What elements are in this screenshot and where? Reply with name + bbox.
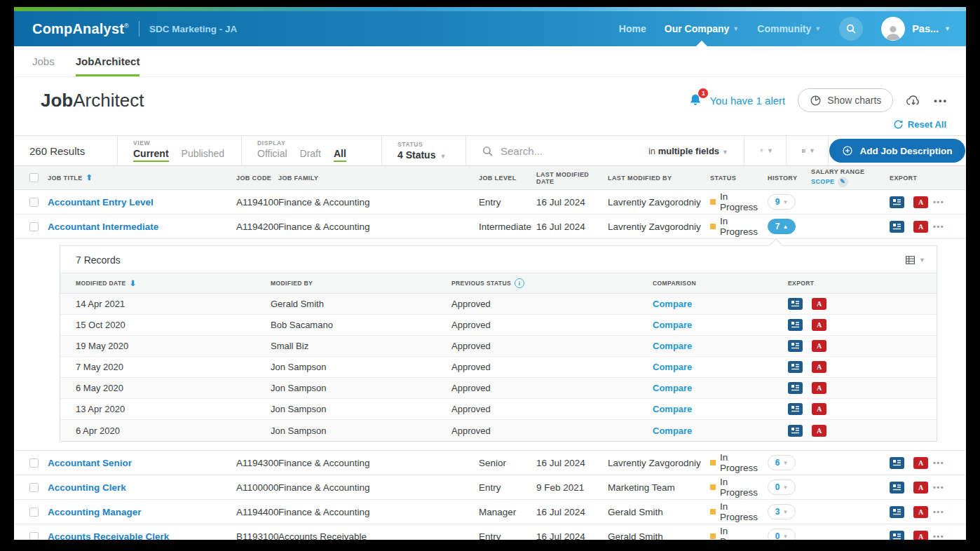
compare-link[interactable]: Compare — [653, 426, 692, 436]
row-more-button[interactable]: ••• — [933, 222, 961, 231]
word-export-icon[interactable] — [890, 457, 904, 469]
job-title-link[interactable]: Accountant Senior — [48, 458, 236, 468]
word-export-icon[interactable] — [788, 361, 803, 373]
compare-link[interactable]: Compare — [653, 383, 692, 393]
word-export-icon[interactable] — [788, 382, 803, 394]
row-checkbox[interactable] — [29, 483, 39, 492]
compare-link[interactable]: Compare — [653, 320, 692, 330]
search-scope-dropdown[interactable]: in multiple fields▼ — [648, 146, 728, 156]
user-menu-label[interactable]: Pas... — [912, 23, 939, 34]
show-charts-button[interactable]: Show charts — [798, 88, 893, 112]
compare-link[interactable]: Compare — [653, 341, 692, 351]
history-pill[interactable]: 0▼ — [768, 529, 796, 540]
display-option-draft[interactable]: Draft — [300, 148, 321, 162]
job-title-link[interactable]: Accountant Intermediate — [48, 222, 236, 232]
compare-link[interactable]: Compare — [653, 362, 692, 372]
pdf-export-icon[interactable]: A — [913, 531, 928, 540]
pdf-export-icon[interactable]: A — [913, 196, 928, 208]
reset-all-button[interactable]: Reset All — [893, 119, 946, 130]
word-export-icon[interactable] — [890, 196, 904, 208]
brand-logo[interactable]: CompAnalyst® — [32, 21, 129, 37]
columns-button[interactable]: ▼ — [787, 136, 829, 165]
row-more-button[interactable]: ••• — [933, 508, 961, 516]
word-export-icon[interactable] — [788, 340, 803, 352]
word-export-icon[interactable] — [788, 403, 803, 415]
tab-jobarchitect[interactable]: JobArchitect — [76, 46, 140, 76]
pdf-export-icon[interactable]: A — [913, 221, 928, 233]
select-all-checkbox[interactable] — [29, 173, 39, 182]
pdf-export-icon[interactable]: A — [812, 298, 826, 310]
previous-status: Approved — [451, 362, 653, 372]
pdf-export-icon[interactable]: A — [913, 506, 928, 518]
view-option-published[interactable]: Published — [182, 148, 225, 162]
salary-scope-edit[interactable]: SCOPE✎ — [811, 177, 848, 187]
word-export-icon[interactable] — [890, 482, 904, 494]
table-row[interactable]: Accounting Clerk A1100000 Finance & Acco… — [14, 475, 966, 500]
add-job-description-button[interactable]: Add Job Description — [829, 139, 965, 163]
panel-columns-button[interactable]: ▼ — [905, 255, 925, 265]
word-export-icon[interactable] — [890, 531, 904, 540]
table-row[interactable]: Accountant Senior A1194300 Finance & Acc… — [14, 451, 966, 475]
pdf-export-icon[interactable]: A — [812, 340, 826, 352]
pdf-export-icon[interactable]: A — [812, 403, 826, 415]
job-title-link[interactable]: Accounts Receivable Clerk — [48, 531, 236, 540]
row-checkbox[interactable] — [29, 222, 39, 231]
table-row[interactable]: Accounting Manager A1194400 Finance & Ac… — [14, 500, 966, 524]
pdf-export-icon[interactable]: A — [812, 361, 826, 373]
word-export-icon[interactable] — [788, 425, 803, 437]
row-more-button[interactable]: ••• — [933, 532, 961, 540]
view-option-current[interactable]: Current — [133, 148, 169, 162]
search-icon[interactable] — [839, 17, 863, 41]
sort-descending-icon[interactable]: ⬇ — [130, 279, 137, 288]
nav-item-home[interactable]: Home — [619, 23, 646, 34]
table-row[interactable]: Accountant Intermediate A1194200 Finance… — [14, 215, 966, 239]
history-pill[interactable]: 6▼ — [768, 455, 796, 470]
display-option-all[interactable]: All — [334, 148, 346, 162]
history-pill[interactable]: 9▼ — [768, 194, 796, 210]
status-badge: In Progress — [710, 452, 768, 473]
history-pill[interactable]: 7▲ — [768, 219, 796, 234]
search-input[interactable] — [501, 145, 641, 157]
word-export-icon[interactable] — [890, 506, 904, 518]
word-export-icon[interactable] — [788, 319, 803, 331]
avatar[interactable] — [881, 17, 905, 41]
row-checkbox[interactable] — [29, 532, 39, 540]
cloud-download-icon[interactable] — [906, 94, 921, 107]
word-export-icon[interactable] — [890, 221, 904, 233]
word-export-icon[interactable] — [788, 298, 803, 310]
nav-item-community[interactable]: Community▼ — [757, 23, 821, 34]
history-pill[interactable]: 3▼ — [768, 504, 796, 519]
alerts-link[interactable]: 1 You have 1 alert — [688, 93, 785, 107]
history-pill[interactable]: 0▼ — [768, 479, 796, 495]
row-checkbox[interactable] — [29, 198, 39, 207]
status-dropdown[interactable]: 4 Status▼ — [397, 149, 453, 161]
table-row[interactable]: Accounts Receivable Clerk B1193100 Accou… — [14, 524, 966, 540]
row-more-button[interactable]: ••• — [933, 458, 961, 467]
row-checkbox[interactable] — [29, 508, 39, 517]
row-more-button[interactable]: ••• — [933, 198, 961, 206]
table-row[interactable]: Accountant Entry Level A1194100 Finance … — [14, 190, 966, 215]
pdf-export-icon[interactable]: A — [812, 425, 826, 437]
pdf-export-icon[interactable]: A — [913, 482, 928, 494]
pdf-export-icon[interactable]: A — [812, 319, 826, 331]
pdf-export-icon[interactable]: A — [812, 382, 826, 394]
display-option-official[interactable]: Official — [257, 148, 287, 162]
more-options-button[interactable]: ••• — [934, 95, 948, 106]
info-icon[interactable]: i — [515, 278, 524, 288]
chevron-icon: ▼ — [782, 533, 788, 540]
tab-jobs[interactable]: Jobs — [32, 46, 55, 76]
job-title-link[interactable]: Accounting Manager — [48, 507, 236, 517]
row-checkbox[interactable] — [29, 458, 39, 468]
job-title-link[interactable]: Accounting Clerk — [48, 482, 236, 493]
table-columns-icon — [802, 146, 805, 156]
row-more-button[interactable]: ••• — [933, 483, 961, 491]
pdf-export-icon[interactable]: A — [913, 457, 928, 469]
job-code: A1100000 — [236, 482, 278, 493]
status-filter: STATUS 4 Status▼ — [382, 136, 466, 165]
compare-link[interactable]: Compare — [653, 404, 692, 414]
sort-ascending-icon[interactable]: ⬆ — [86, 173, 93, 182]
filter-button[interactable]: ▼ — [744, 136, 787, 165]
nav-item-our-company[interactable]: Our Company▼ — [665, 23, 740, 34]
job-title-link[interactable]: Accountant Entry Level — [48, 197, 236, 208]
compare-link[interactable]: Compare — [653, 299, 692, 309]
